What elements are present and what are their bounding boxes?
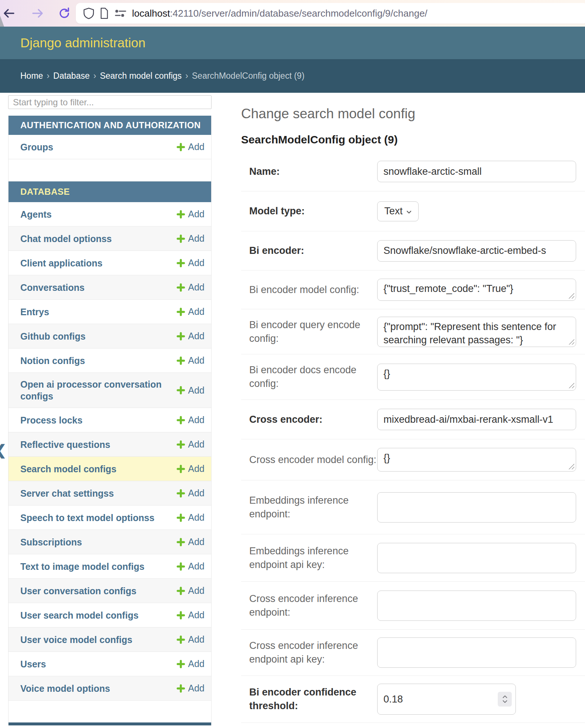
sidebar-link-entrys[interactable]: Entrys: [20, 306, 176, 318]
bi-encoder-model-config-textarea[interactable]: {"trust_remote_code": "True"}: [377, 279, 576, 301]
url-text[interactable]: localhost:42110/server/admin/database/se…: [132, 8, 427, 19]
add-open-ai-processor-conversation-configs-button[interactable]: Add: [176, 385, 204, 396]
main-content: Change search model config SearchModelCo…: [241, 106, 585, 723]
plus-icon: [176, 660, 185, 669]
breadcrumb-link-search-model-configs[interactable]: Search model configs: [100, 71, 182, 81]
plus-icon: [176, 386, 185, 395]
back-button[interactable]: [1, 4, 17, 22]
sidebar-collapse-icon[interactable]: ❮: [0, 442, 7, 458]
add-text-to-image-model-configs-button[interactable]: Add: [176, 561, 204, 572]
address-bar[interactable]: localhost:42110/server/admin/database/se…: [76, 3, 585, 24]
page: localhost:42110/server/admin/database/se…: [0, 0, 585, 728]
add-user-voice-model-configs-button[interactable]: Add: [176, 634, 204, 645]
sidebar-link-search-model-configs[interactable]: Search model configs: [20, 463, 176, 475]
add-subscriptions-button[interactable]: Add: [176, 537, 204, 547]
form-row-name: Name:: [241, 152, 585, 191]
plus-icon: [176, 611, 185, 620]
add-voice-model-options-button[interactable]: Add: [176, 683, 204, 694]
number-stepper[interactable]: [498, 692, 512, 707]
add-entrys-button[interactable]: Add: [176, 306, 204, 317]
bi-encoder-input[interactable]: [377, 240, 576, 262]
sidebar-link-github-configs[interactable]: Github configs: [20, 330, 176, 342]
sidebar-item-text-to-image-model-configs: Text to image model configsAdd: [9, 554, 211, 579]
add-agents-button[interactable]: Add: [176, 209, 204, 220]
model-type-select[interactable]: Text: [377, 201, 419, 221]
permissions-icon[interactable]: [114, 8, 127, 18]
sidebar-link-server-chat-settingss[interactable]: Server chat settingss: [20, 487, 176, 499]
sidebar-link-process-locks[interactable]: Process locks: [20, 414, 176, 426]
sidebar-link-speech-to-text-model-optionss[interactable]: Speech to text model optionss: [20, 512, 176, 524]
cross-encoder-input[interactable]: [377, 409, 576, 430]
add-users-button[interactable]: Add: [176, 659, 204, 669]
sidebar-link-user-search-model-configs[interactable]: User search model configs: [20, 609, 176, 621]
add-groups-button[interactable]: Add: [176, 142, 204, 152]
add-client-applications-button[interactable]: Add: [176, 258, 204, 268]
field-widget-bi-encoder-docs-encode-config: {}: [377, 364, 585, 391]
sidebar-link-user-voice-model-configs[interactable]: User voice model configs: [20, 634, 176, 646]
cross-encoder-inference-endpoint-api-key-input[interactable]: [377, 637, 576, 668]
url-path: :42110/server/admin/database/searchmodel…: [170, 8, 427, 19]
field-label-cross-encoder: Cross encoder:: [241, 413, 377, 426]
forward-button[interactable]: [30, 4, 46, 22]
embeddings-inference-endpoint-api-key-input[interactable]: [377, 543, 576, 573]
sidebar-link-notion-configs[interactable]: Notion configs: [20, 355, 176, 367]
site-title[interactable]: Django administration: [20, 35, 146, 50]
sidebar-item-github-configs: Github configsAdd: [9, 324, 211, 348]
field-label-cross-encoder-inference-endpoint-api-key: Cross encoder inference endpoint api key…: [241, 639, 377, 666]
bi-encoder-confidence-threshold-input[interactable]: [378, 694, 485, 705]
bi-encoder-docs-encode-config-textarea[interactable]: {}: [377, 364, 576, 391]
cross-encoder-inference-endpoint-input[interactable]: [377, 591, 576, 621]
sidebar-link-voice-model-options[interactable]: Voice model options: [20, 683, 176, 694]
sidebar-link-open-ai-processor-conversation-configs[interactable]: Open ai processor conversation configs: [20, 378, 176, 402]
field-widget-embeddings-inference-endpoint: [377, 492, 585, 523]
add-reflective-questions-button[interactable]: Add: [176, 439, 204, 450]
breadcrumb-link-database[interactable]: Database: [53, 71, 89, 81]
plus-icon: [176, 356, 185, 365]
sidebar-link-user-conversation-configs[interactable]: User conversation configs: [20, 585, 176, 597]
name-input[interactable]: [377, 161, 576, 182]
plus-icon: [176, 684, 185, 693]
field-label-bi-encoder-confidence-threshold: Bi encoder confidence threshold:: [241, 686, 377, 713]
plus-icon: [176, 416, 185, 425]
field-widget-embeddings-inference-endpoint-api-key: [377, 543, 585, 573]
sidebar-item-search-model-configs: Search model configsAdd: [9, 457, 211, 481]
sidebar-link-users[interactable]: Users: [20, 658, 176, 670]
sidebar-link-reflective-questions[interactable]: Reflective questions: [20, 439, 176, 450]
plus-icon: [176, 332, 185, 341]
plus-icon: [176, 465, 185, 473]
breadcrumb-link-home[interactable]: Home: [20, 71, 43, 81]
refresh-button[interactable]: [56, 4, 72, 22]
add-user-search-model-configs-button[interactable]: Add: [176, 610, 204, 620]
add-process-locks-button[interactable]: Add: [176, 415, 204, 425]
shield-icon[interactable]: [83, 7, 94, 19]
sidebar-link-agents[interactable]: Agents: [20, 208, 176, 220]
sidebar-section-caption-database[interactable]: DATABASE: [9, 181, 211, 202]
add-conversations-button[interactable]: Add: [176, 282, 204, 293]
embeddings-inference-endpoint-input[interactable]: [377, 492, 576, 523]
sidebar-link-text-to-image-model-configs[interactable]: Text to image model configs: [20, 561, 176, 572]
sidebar-section-caption-authentication-and-authorization[interactable]: AUTHENTICATION AND AUTHORIZATION: [9, 116, 211, 135]
add-server-chat-settingss-button[interactable]: Add: [176, 488, 204, 499]
sidebar-item-open-ai-processor-conversation-configs: Open ai processor conversation configsAd…: [9, 373, 211, 408]
sidebar-link-chat-model-optionss[interactable]: Chat model optionss: [20, 233, 176, 245]
add-label: Add: [188, 142, 204, 152]
cross-encoder-model-config-textarea[interactable]: {}: [377, 448, 576, 472]
bi-encoder-query-encode-config-textarea[interactable]: {"prompt": "Represent this sentence for …: [377, 317, 576, 347]
field-widget-bi-encoder: [377, 240, 585, 262]
add-user-conversation-configs-button[interactable]: Add: [176, 585, 204, 596]
sidebar-link-groups[interactable]: Groups: [20, 141, 176, 153]
add-search-model-configs-button[interactable]: Add: [176, 463, 204, 474]
sidebar-item-subscriptions: SubscriptionsAdd: [9, 530, 211, 554]
page-icon[interactable]: [99, 7, 109, 19]
add-chat-model-optionss-button[interactable]: Add: [176, 233, 204, 244]
plus-icon: [176, 586, 185, 595]
field-label-cross-encoder-model-config: Cross encoder model config:: [241, 453, 377, 467]
sidebar-next-section-edge: [9, 722, 211, 725]
sidebar-link-conversations[interactable]: Conversations: [20, 282, 176, 293]
sidebar-filter-input[interactable]: [8, 95, 212, 109]
sidebar-link-subscriptions[interactable]: Subscriptions: [20, 536, 176, 548]
add-notion-configs-button[interactable]: Add: [176, 355, 204, 366]
add-github-configs-button[interactable]: Add: [176, 331, 204, 341]
add-speech-to-text-model-optionss-button[interactable]: Add: [176, 512, 204, 523]
sidebar-link-client-applications[interactable]: Client applications: [20, 257, 176, 269]
